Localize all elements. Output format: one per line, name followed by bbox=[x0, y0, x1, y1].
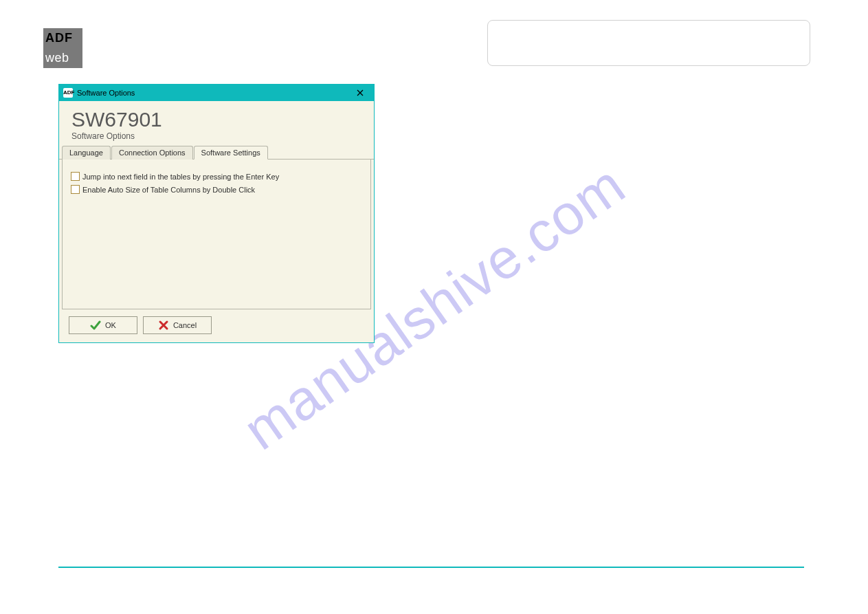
software-options-dialog: ADF Software Options SW67901 Software Op… bbox=[58, 84, 375, 343]
checkbox-auto-size[interactable] bbox=[71, 185, 80, 194]
check-icon bbox=[90, 320, 101, 331]
tab-content-software-settings: Jump into next field in the tables by pr… bbox=[62, 160, 371, 309]
footer-separator bbox=[58, 567, 804, 568]
tab-connection-options[interactable]: Connection Options bbox=[111, 146, 193, 160]
tab-bar: Language Connection Options Software Set… bbox=[59, 145, 374, 160]
ok-button[interactable]: OK bbox=[69, 316, 137, 334]
checkbox-jump-next[interactable] bbox=[71, 172, 80, 181]
dialog-button-bar: OK Cancel bbox=[59, 309, 374, 342]
dialog-header: SW67901 Software Options bbox=[59, 101, 374, 145]
label-auto-size: Enable Auto Size of Table Columns by Dou… bbox=[82, 186, 255, 194]
tab-language[interactable]: Language bbox=[62, 146, 111, 160]
info-box bbox=[487, 20, 810, 66]
close-button[interactable] bbox=[346, 85, 374, 101]
header-code: SW67901 bbox=[71, 109, 361, 130]
header-subtitle: Software Options bbox=[71, 131, 361, 141]
cancel-button-label: Cancel bbox=[173, 321, 197, 329]
setting-row-auto-size: Enable Auto Size of Table Columns by Dou… bbox=[71, 185, 362, 194]
cancel-button[interactable]: Cancel bbox=[143, 316, 212, 334]
tab-software-settings[interactable]: Software Settings bbox=[194, 146, 268, 160]
dialog-app-icon: ADF bbox=[63, 88, 73, 98]
ok-button-label: OK bbox=[105, 321, 116, 329]
document-page: ADF web manualshive.com ADF Software Opt… bbox=[0, 0, 868, 614]
logo-text-top: ADF bbox=[45, 31, 73, 45]
setting-row-jump-next: Jump into next field in the tables by pr… bbox=[71, 172, 362, 181]
label-jump-next: Jump into next field in the tables by pr… bbox=[82, 173, 279, 181]
logo-text-bottom: web bbox=[45, 51, 69, 65]
dialog-title: Software Options bbox=[77, 89, 135, 97]
adfweb-logo: ADF web bbox=[43, 28, 82, 68]
dialog-titlebar: ADF Software Options bbox=[59, 85, 374, 101]
cancel-icon bbox=[158, 320, 169, 331]
close-icon bbox=[357, 89, 364, 96]
